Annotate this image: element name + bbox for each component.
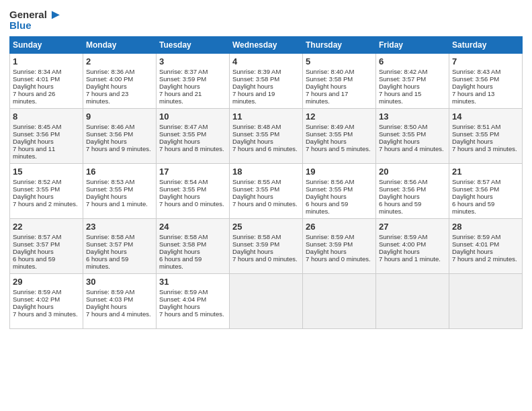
sunset-text: Sunset: 3:58 PM [159,240,226,248]
calendar-cell-2: 2Sunrise: 8:36 AMSunset: 4:00 PMDaylight… [83,54,157,109]
calendar-cell-25: 25Sunrise: 8:58 AMSunset: 3:59 PMDayligh… [230,219,303,274]
day-number: 30 [86,277,153,287]
sunrise-text: Sunrise: 8:58 AM [232,233,300,240]
sunrise-text: Sunrise: 8:54 AM [159,178,226,185]
sunset-text: Sunset: 3:56 PM [379,185,446,193]
daylight-value: 7 hours and 5 minutes. [306,145,373,152]
sunrise-text: Sunrise: 8:55 AM [232,178,300,185]
daylight-value: 7 hours and 0 minutes. [159,200,226,208]
calendar-cell-4: 4Sunrise: 8:39 AMSunset: 3:58 PMDaylight… [230,54,303,109]
col-header-wednesday: Wednesday [230,37,303,54]
sunrise-text: Sunrise: 8:57 AM [452,178,519,185]
day-number: 12 [306,111,373,122]
daylight-value: 7 hours and 8 minutes. [159,145,226,152]
sunrise-text: Sunrise: 8:37 AM [159,68,226,75]
sunrise-text: Sunrise: 8:49 AM [306,123,373,130]
logo: General ► Blue [9,7,62,31]
daylight-value: 7 hours and 13 minutes. [452,90,519,105]
calendar-cell-13: 13Sunrise: 8:50 AMSunset: 3:55 PMDayligh… [376,109,449,164]
calendar-cell-empty [449,274,523,329]
day-number: 18 [232,167,300,177]
calendar-cell-7: 7Sunrise: 8:43 AMSunset: 3:56 PMDaylight… [449,54,523,109]
sunrise-text: Sunrise: 8:51 AM [452,123,519,130]
daylight-text: Daylight hours [306,138,373,145]
daylight-value: 7 hours and 23 minutes. [86,90,153,105]
sunset-text: Sunset: 4:00 PM [379,240,446,248]
daylight-text: Daylight hours [13,193,80,200]
daylight-text: Daylight hours [159,303,226,310]
daylight-value: 7 hours and 26 minutes. [13,90,80,105]
daylight-text: Daylight hours [159,248,226,255]
calendar-cell-14: 14Sunrise: 8:51 AMSunset: 3:55 PMDayligh… [449,109,523,164]
day-number: 27 [379,222,446,232]
sunrise-text: Sunrise: 8:53 AM [86,178,153,185]
daylight-text: Daylight hours [159,193,226,200]
day-number: 3 [159,56,226,66]
daylight-value: 7 hours and 3 minutes. [13,310,80,318]
calendar-cell-empty [230,274,303,329]
daylight-text: Daylight hours [86,83,153,90]
sunset-text: Sunset: 3:58 PM [232,75,300,83]
day-number: 26 [306,222,373,232]
day-number: 16 [86,167,153,177]
calendar-cell-8: 8Sunrise: 8:45 AMSunset: 3:56 PMDaylight… [10,109,83,164]
calendar-cell-15: 15Sunrise: 8:52 AMSunset: 3:55 PMDayligh… [10,164,83,219]
daylight-text: Daylight hours [379,83,446,90]
daylight-value: 6 hours and 59 minutes. [13,255,80,270]
daylight-value: 6 hours and 59 minutes. [306,200,373,215]
calendar-table: SundayMondayTuesdayWednesdayThursdayFrid… [9,36,523,329]
sunrise-text: Sunrise: 8:59 AM [159,288,226,295]
day-number: 1 [13,56,80,66]
day-number: 28 [452,222,519,232]
daylight-value: 6 hours and 59 minutes. [86,255,153,270]
sunrise-text: Sunrise: 8:59 AM [379,233,446,240]
calendar-cell-11: 11Sunrise: 8:48 AMSunset: 3:55 PMDayligh… [230,109,303,164]
calendar-cell-empty [376,274,449,329]
calendar-cell-9: 9Sunrise: 8:46 AMSunset: 3:56 PMDaylight… [83,109,157,164]
day-number: 7 [452,56,519,66]
sunset-text: Sunset: 4:03 PM [86,295,153,303]
day-number: 13 [379,111,446,122]
daylight-value: 7 hours and 5 minutes. [159,310,226,318]
daylight-text: Daylight hours [452,248,519,255]
sunset-text: Sunset: 4:04 PM [159,295,226,303]
col-header-saturday: Saturday [449,37,523,54]
day-number: 31 [159,277,226,287]
sunrise-text: Sunrise: 8:56 AM [306,178,373,185]
daylight-text: Daylight hours [306,248,373,255]
calendar-cell-20: 20Sunrise: 8:56 AMSunset: 3:56 PMDayligh… [376,164,449,219]
daylight-value: 7 hours and 2 minutes. [452,255,519,263]
day-number: 22 [13,222,80,232]
daylight-text: Daylight hours [13,83,80,90]
sunset-text: Sunset: 3:59 PM [232,240,300,248]
day-number: 24 [159,222,226,232]
calendar-cell-29: 29Sunrise: 8:59 AMSunset: 4:02 PMDayligh… [10,274,83,329]
page-container: General ► Blue SundayMondayTuesdayWednes… [0,0,532,334]
daylight-text: Daylight hours [86,138,153,145]
day-number: 10 [159,111,226,122]
sunrise-text: Sunrise: 8:40 AM [306,68,373,75]
sunrise-text: Sunrise: 8:42 AM [379,68,446,75]
daylight-text: Daylight hours [232,248,300,255]
calendar-cell-18: 18Sunrise: 8:55 AMSunset: 3:55 PMDayligh… [230,164,303,219]
daylight-value: 7 hours and 0 minutes. [232,255,300,263]
day-number: 21 [452,167,519,177]
daylight-value: 7 hours and 1 minute. [86,200,153,208]
sunrise-text: Sunrise: 8:39 AM [232,68,300,75]
sunrise-text: Sunrise: 8:50 AM [379,123,446,130]
daylight-value: 6 hours and 59 minutes. [452,200,519,215]
sunrise-text: Sunrise: 8:59 AM [13,288,80,295]
daylight-value: 6 hours and 59 minutes. [159,255,226,270]
sunset-text: Sunset: 3:55 PM [306,185,373,193]
sunrise-text: Sunrise: 8:45 AM [13,123,80,130]
logo-blue: Blue [9,19,32,31]
daylight-text: Daylight hours [379,138,446,145]
sunset-text: Sunset: 4:01 PM [13,75,80,83]
col-header-friday: Friday [376,37,449,54]
calendar-cell-3: 3Sunrise: 8:37 AMSunset: 3:59 PMDaylight… [157,54,230,109]
daylight-value: 7 hours and 2 minutes. [13,200,80,208]
calendar-cell-28: 28Sunrise: 8:59 AMSunset: 4:01 PMDayligh… [449,219,523,274]
day-number: 4 [232,56,300,66]
sunset-text: Sunset: 3:56 PM [86,130,153,138]
day-number: 9 [86,111,153,122]
